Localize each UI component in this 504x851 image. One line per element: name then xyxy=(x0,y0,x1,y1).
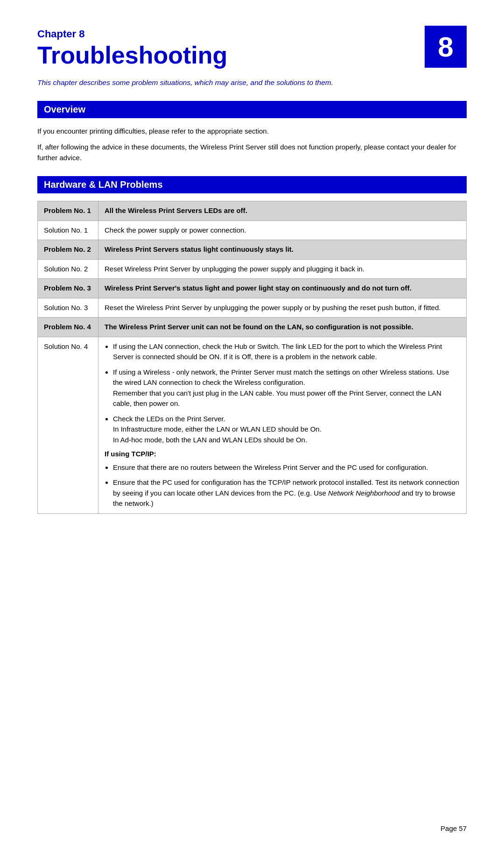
problem-desc-4: The Wireless Print Server unit can not b… xyxy=(98,318,467,337)
solution-desc-2: Reset Wireless Print Server by unpluggin… xyxy=(98,259,467,279)
page-title: Troubleshooting xyxy=(37,42,467,69)
page-number: Page 57 xyxy=(441,824,467,832)
list-item: Ensure that the PC used for configuratio… xyxy=(113,477,460,509)
problem-label-2: Problem No. 2 xyxy=(38,240,98,260)
solution-desc-1: Check the power supply or power connecti… xyxy=(98,220,467,240)
problem-label-1: Problem No. 1 xyxy=(38,201,98,221)
problem-desc-1: All the Wireless Print Servers LEDs are … xyxy=(98,201,467,221)
table-row: Solution No. 2 Reset Wireless Print Serv… xyxy=(38,259,467,279)
table-row: Problem No. 2 Wireless Print Servers sta… xyxy=(38,240,467,260)
table-row: Problem No. 4 The Wireless Print Server … xyxy=(38,318,467,337)
table-row: Problem No. 3 Wireless Print Server's st… xyxy=(38,279,467,298)
solution4-bullet-list: If using the LAN connection, check the H… xyxy=(105,341,460,446)
problem-desc-3: Wireless Print Server's status light and… xyxy=(98,279,467,298)
problems-table: Problem No. 1 All the Wireless Print Ser… xyxy=(37,201,467,514)
chapter-number-box: 8 xyxy=(425,26,467,68)
solution-desc-4: If using the LAN connection, check the H… xyxy=(98,337,467,513)
hardware-header: Hardware & LAN Problems xyxy=(37,176,467,193)
chapter-subtitle: This chapter describes some problem situ… xyxy=(37,77,434,88)
solution-label-2: Solution No. 2 xyxy=(38,259,98,279)
problem-desc-2: Wireless Print Servers status light cont… xyxy=(98,240,467,260)
solution-label-4: Solution No. 4 xyxy=(38,337,98,513)
solution-label-1: Solution No. 1 xyxy=(38,220,98,240)
problem-label-4: Problem No. 4 xyxy=(38,318,98,337)
table-row: Solution No. 1 Check the power supply or… xyxy=(38,220,467,240)
if-using-tcpip-label: If using TCP/IP: xyxy=(105,449,460,460)
list-item: Ensure that there are no routers between… xyxy=(113,462,460,473)
list-item: If using the LAN connection, check the H… xyxy=(113,341,460,362)
problem-label-3: Problem No. 3 xyxy=(38,279,98,298)
chapter-label: Chapter 8 xyxy=(37,28,467,40)
overview-header: Overview xyxy=(37,101,467,118)
overview-para-1: If you encounter printing difficulties, … xyxy=(37,126,467,136)
list-item: If using a Wireless - only network, the … xyxy=(113,367,460,409)
table-row: Solution No. 4 If using the LAN connecti… xyxy=(38,337,467,513)
overview-para-2: If, after following the advice in these … xyxy=(37,142,467,163)
table-row: Solution No. 3 Reset the Wireless Print … xyxy=(38,298,467,318)
table-row: Problem No. 1 All the Wireless Print Ser… xyxy=(38,201,467,221)
tcpip-bullet-list: Ensure that there are no routers between… xyxy=(105,462,460,509)
solution-label-3: Solution No. 3 xyxy=(38,298,98,318)
solution-desc-3: Reset the Wireless Print Server by unplu… xyxy=(98,298,467,318)
list-item: Check the LEDs on the Print Server.In In… xyxy=(113,414,460,446)
